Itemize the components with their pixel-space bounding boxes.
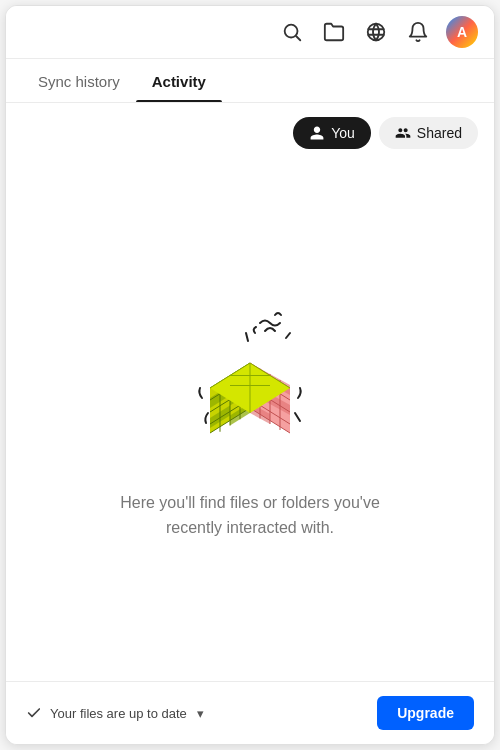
svg-point-0 — [285, 25, 298, 38]
bell-icon[interactable] — [404, 18, 432, 46]
folder-icon[interactable] — [320, 18, 348, 46]
svg-line-5 — [246, 333, 248, 341]
globe-icon[interactable] — [362, 18, 390, 46]
empty-state-illustration — [170, 303, 330, 463]
empty-state-text: Here you'll find files or folders you've… — [100, 491, 400, 541]
shared-icon — [395, 125, 411, 141]
svg-line-41 — [295, 413, 300, 421]
sync-status: Your files are up to date ▾ — [26, 705, 204, 721]
bottom-bar: Your files are up to date ▾ Upgrade — [6, 681, 494, 744]
svg-line-1 — [296, 36, 300, 40]
main-content: Here you'll find files or folders you've… — [6, 163, 494, 681]
top-bar: A — [6, 6, 494, 59]
filter-shared-button[interactable]: Shared — [379, 117, 478, 149]
svg-line-6 — [286, 333, 290, 338]
chevron-down-icon[interactable]: ▾ — [197, 706, 204, 721]
checkmark-icon — [26, 705, 42, 721]
filter-bar: You Shared — [6, 103, 494, 163]
tab-sync-history[interactable]: Sync history — [22, 59, 136, 102]
filter-you-button[interactable]: You — [293, 117, 371, 149]
sync-status-text: Your files are up to date — [50, 706, 187, 721]
tab-activity[interactable]: Activity — [136, 59, 222, 102]
avatar[interactable]: A — [446, 16, 478, 48]
app-window: A Sync history Activity You Shared — [5, 5, 495, 745]
person-icon — [309, 125, 325, 141]
search-icon[interactable] — [278, 18, 306, 46]
upgrade-button[interactable]: Upgrade — [377, 696, 474, 730]
tabs-bar: Sync history Activity — [6, 59, 494, 103]
